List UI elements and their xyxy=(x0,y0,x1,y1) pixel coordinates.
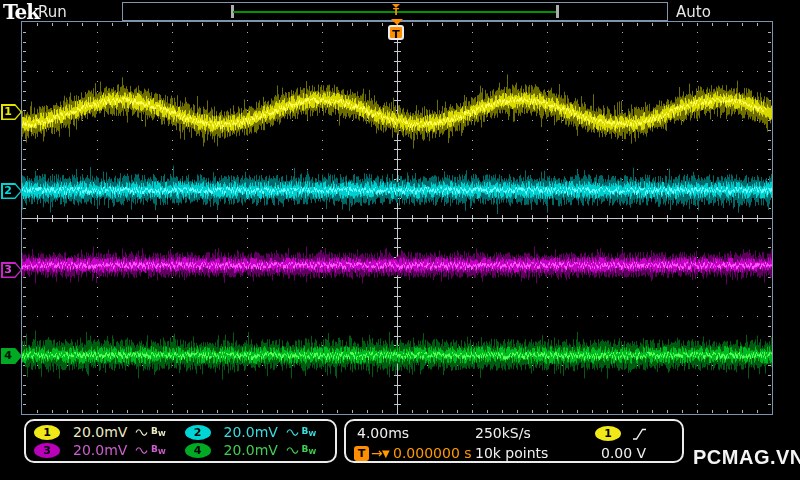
channel-2-scale: 20.0mV xyxy=(224,424,286,440)
ac-coupling-icon xyxy=(135,428,148,437)
channel-1-level-arrow-icon xyxy=(761,107,772,119)
channel-readout-box: 1 20.0mV BW 2 20.0mV BW 3 20.0mV xyxy=(24,419,337,463)
waveform-display xyxy=(0,0,800,480)
channel-4-badge: 4 xyxy=(185,443,211,458)
channel-2-readout[interactable]: 2 20.0mV BW xyxy=(185,423,336,441)
trigger-position-flag[interactable]: T xyxy=(388,19,405,25)
pcmag-watermark: PCMAG.VN xyxy=(693,446,800,469)
timebase-value: 4.00ms xyxy=(357,425,409,441)
ac-coupling-icon xyxy=(286,446,299,455)
bandwidth-limit-icon: BW xyxy=(302,426,317,438)
view-window-bracket-right xyxy=(556,5,559,18)
trigger-level-value: 0.00 V xyxy=(601,445,646,461)
channel-3-badge: 3 xyxy=(34,443,60,458)
channel-2-marker-label: 2 xyxy=(2,183,14,199)
bandwidth-limit-icon: BW xyxy=(151,444,166,456)
acquisition-status: Run xyxy=(38,3,67,21)
record-trigger-marker: T xyxy=(389,3,403,17)
arrow-right-icon: → xyxy=(371,445,383,461)
channel-2-badge: 2 xyxy=(185,425,211,440)
sample-rate-value: 250kS/s xyxy=(475,425,531,441)
channel-1-readout[interactable]: 1 20.0mV BW xyxy=(34,423,185,441)
trigger-flag-label: T xyxy=(388,25,404,40)
trigger-marker-badge: T xyxy=(354,446,369,461)
trigger-mode-status: Auto xyxy=(676,3,711,21)
channel-4-scale: 20.0mV xyxy=(224,442,286,458)
oscilloscope-screen: Tek Run Auto T 1 2 3 4 T 1 20.0mV xyxy=(0,0,800,480)
down-triangle-icon: ▼ xyxy=(382,448,390,459)
channel-1-marker-label: 1 xyxy=(2,104,14,120)
trigger-position-value: 0.000000 s xyxy=(393,445,472,461)
channel-1-badge: 1 xyxy=(34,425,60,440)
channel-4-marker-label: 4 xyxy=(2,348,14,364)
tek-logo: Tek xyxy=(3,0,39,24)
channel-3-marker-label: 3 xyxy=(2,262,14,278)
bandwidth-limit-icon: BW xyxy=(302,444,317,456)
channel-1-scale: 20.0mV xyxy=(73,424,135,440)
trigger-source-badge: 1 xyxy=(595,426,621,441)
channel-3-scale: 20.0mV xyxy=(73,442,135,458)
record-length-value: 10k points xyxy=(475,445,548,461)
ac-coupling-icon xyxy=(286,428,299,437)
horizontal-trigger-readout-box: 4.00ms 250kS/s 1 T → ▼ 0.000000 s 10k po… xyxy=(344,419,684,463)
bandwidth-limit-icon: BW xyxy=(151,426,166,438)
rising-edge-slope-icon xyxy=(632,427,647,441)
ac-coupling-icon xyxy=(135,446,148,455)
channel-3-readout[interactable]: 3 20.0mV BW xyxy=(34,441,185,459)
channel-4-readout[interactable]: 4 20.0mV BW xyxy=(185,441,336,459)
